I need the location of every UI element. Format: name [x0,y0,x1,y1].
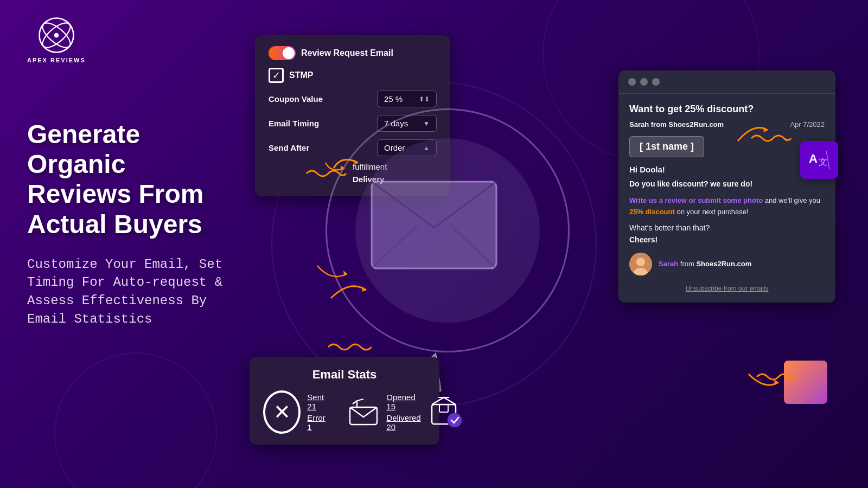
email-from-domain: Shoes2Run.com [668,120,724,129]
review-text: Write us a review or submit some photo a… [629,195,825,218]
option-fulfillment[interactable]: fulfillment [353,160,437,173]
sub-heading: Customize Your Email, Set Timing For Aut… [27,255,233,328]
sent-stat: Sent 21 [307,393,331,411]
toggle-label: Review Request Email [301,48,393,58]
email-header [618,70,835,94]
coupon-label: Coupon Value [269,94,372,104]
coupon-arrow: ⬆⬇ [419,95,430,103]
smtp-checkbox[interactable]: ✓ [269,68,284,83]
what-better: What's better than that? [629,223,825,232]
svg-rect-15 [439,404,448,412]
footer-from: from [680,260,697,268]
smtp-label: STMP [289,70,313,80]
coupon-select[interactable]: 25 % ⬆⬇ [377,91,437,107]
footer-domain: Shoes2Run.com [696,260,751,268]
arrow-4 [315,263,353,287]
timing-arrow: ▼ [423,120,430,127]
timing-row: Email Timing 7 days ▼ [269,115,437,132]
logo-text: APEX REVIEWS [27,57,86,63]
delivered-stat: Delivered 20 [386,413,420,432]
email-title: Want to get 25% discount? [629,104,825,115]
send-after-value: Order [384,143,405,152]
email-from-label: from [651,120,669,129]
timing-value: 7 days [384,119,408,128]
stats-title: Email Stats [263,368,426,382]
coupon-row: Coupon Value 25 % ⬆⬇ [269,91,437,107]
name-badge: [ 1st name ] [629,136,704,157]
window-dot-1 [628,78,636,86]
email-from-name: Sarah [629,120,649,129]
opened-stat: Opened 15 [386,393,420,411]
svg-line-5 [372,225,418,268]
bg-circle-3 [54,352,217,488]
avatar [629,253,652,275]
footer-text: Sarah from Shoes2Run.com [659,260,751,268]
svg-point-17 [448,413,462,427]
email-meta: Sarah from Shoes2Run.com Apr 7/2022 [629,120,825,129]
svg-point-3 [54,33,59,38]
review-request-toggle[interactable] [269,46,296,60]
option-delivery[interactable]: Delivery [353,173,437,185]
left-content: Generate Organic Reviews From Actual Buy… [27,119,233,328]
main-heading: Generate Organic Reviews From Actual Buy… [27,119,233,239]
smtp-row: ✓ STMP [269,68,437,83]
color-swatch [784,361,827,404]
email-body: Want to get 25% discount? Sarah from Sho… [618,94,835,303]
squiggle-1 [304,165,347,179]
delivery-icon [427,395,463,429]
review-and: and we'll give you [765,196,820,204]
svg-point-19 [636,258,645,266]
send-after-label: Send After [269,143,372,152]
email-preview: Want to get 25% discount? Sarah from Sho… [618,70,835,303]
toggle-row: Review Request Email [269,46,437,60]
send-after-select[interactable]: Order ▲ [377,139,437,156]
error-stat: Error 1 [307,413,331,432]
stats-panel: Email Stats ✕ Sent 21 Error 1 [250,357,439,445]
unsubscribe-link[interactable]: Unsubscribe from our emails [686,285,769,292]
email-line1: Do you like discount? we sure do! [629,178,825,190]
svg-line-6 [450,225,496,268]
review-photo[interactable]: photo [743,196,763,204]
email-open-icon [347,396,380,428]
window-dot-2 [640,78,648,86]
logo-icon [37,16,75,54]
review-purchase: on your next purchase! [676,208,748,216]
toggle-knob [283,47,295,59]
timing-select[interactable]: 7 days ▼ [377,115,437,132]
squiggle-2 [326,339,374,352]
email-footer: Sarah from Shoes2Run.com [629,253,825,275]
unsubscribe[interactable]: Unsubscribe from our emails [629,283,825,293]
logo-area: APEX REVIEWS [27,16,86,63]
squiggle-3 [749,130,792,144]
svg-text:A: A [809,152,818,165]
footer-name: Sarah [659,260,678,268]
review-link[interactable]: Write us a review or submit some [629,196,741,204]
cheers: Cheers! [629,235,825,244]
svg-text:文: 文 [819,157,827,166]
svg-line-12 [357,399,363,401]
timing-label: Email Timing [269,119,372,128]
squiggle-4 [754,369,797,382]
translate-button[interactable]: A 文 [800,141,838,179]
coupon-value: 25 % [384,94,403,104]
review-discount: 25% discount [629,208,675,216]
send-after-arrow: ▲ [423,144,430,152]
greeting: Hi Doola! [629,165,825,174]
email-date: Apr 7/2022 [790,120,825,129]
email-from: Sarah from Shoes2Run.com [629,120,724,129]
window-dot-3 [652,78,660,86]
x-icon: ✕ [263,390,301,434]
